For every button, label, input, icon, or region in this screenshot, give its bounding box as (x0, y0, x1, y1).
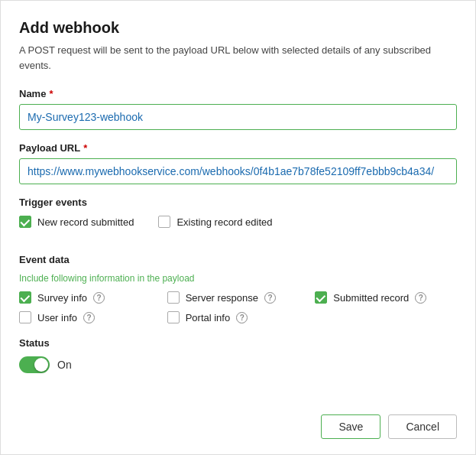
event-survey-info[interactable]: Survey info ? (19, 291, 161, 304)
toggle-on-label: On (57, 359, 72, 371)
event-server-response-label: Server response (186, 292, 258, 304)
event-user-info-label: User info (37, 312, 77, 323)
cancel-button[interactable]: Cancel (388, 414, 457, 439)
event-server-response[interactable]: Server response ? (167, 291, 309, 304)
event-portal-info-label: Portal info (186, 312, 231, 323)
name-input[interactable] (19, 104, 457, 130)
trigger-new-record[interactable]: New record submitted (19, 216, 134, 228)
toggle-track (19, 356, 50, 373)
event-portal-info[interactable]: Portal info ? (167, 311, 309, 323)
payload-url-label: Payload URL * (19, 142, 457, 154)
name-required: * (49, 88, 53, 99)
event-survey-info-checkbox[interactable] (19, 291, 31, 304)
toggle-wrapper: On (19, 356, 457, 373)
trigger-existing-record-label: Existing record edited (176, 216, 272, 228)
save-button[interactable]: Save (321, 414, 380, 439)
event-survey-info-label: Survey info (37, 292, 87, 304)
name-field-group: Name * (19, 88, 457, 130)
trigger-existing-record[interactable]: Existing record edited (158, 216, 272, 228)
toggle-thumb (34, 358, 48, 372)
server-response-help-icon[interactable]: ? (264, 292, 276, 304)
dialog-footer: Save Cancel (19, 407, 457, 439)
event-server-response-checkbox[interactable] (167, 291, 180, 304)
submitted-record-help-icon[interactable]: ? (415, 292, 426, 304)
trigger-new-record-label: New record submitted (37, 216, 134, 228)
trigger-events-row: New record submitted Existing record edi… (19, 216, 457, 228)
event-submitted-record-label: Submitted record (333, 292, 409, 304)
trigger-events-label: Trigger events (19, 197, 457, 208)
name-label: Name * (19, 88, 457, 99)
user-info-help-icon[interactable]: ? (83, 312, 95, 323)
dialog-description: A POST request will be sent to the paylo… (19, 43, 457, 73)
dialog-title: Add webhook (19, 19, 457, 37)
trigger-existing-record-checkbox[interactable] (158, 216, 170, 228)
trigger-events-group: Trigger events New record submitted Exis… (19, 197, 457, 242)
event-data-label: Event data (19, 254, 457, 265)
add-webhook-dialog: Add webhook A POST request will be sent … (0, 0, 476, 455)
event-user-info-checkbox[interactable] (19, 311, 31, 323)
payload-url-input[interactable] (19, 158, 457, 184)
url-required: * (83, 142, 87, 154)
survey-info-help-icon[interactable]: ? (93, 292, 105, 304)
status-toggle[interactable] (19, 356, 50, 373)
event-data-subtitle: Include following information in the pay… (19, 273, 457, 284)
event-portal-info-checkbox[interactable] (167, 311, 180, 323)
status-label: Status (19, 337, 457, 349)
status-section: Status On (19, 337, 457, 373)
event-user-info[interactable]: User info ? (19, 311, 161, 323)
event-data-grid: Survey info ? Server response ? Submitte… (19, 291, 457, 323)
portal-info-help-icon[interactable]: ? (236, 312, 248, 323)
event-submitted-record-checkbox[interactable] (315, 291, 327, 304)
payload-url-field-group: Payload URL * (19, 142, 457, 184)
event-submitted-record[interactable]: Submitted record ? (315, 291, 457, 304)
event-data-section: Event data Include following information… (19, 254, 457, 323)
trigger-new-record-checkbox[interactable] (19, 216, 31, 228)
